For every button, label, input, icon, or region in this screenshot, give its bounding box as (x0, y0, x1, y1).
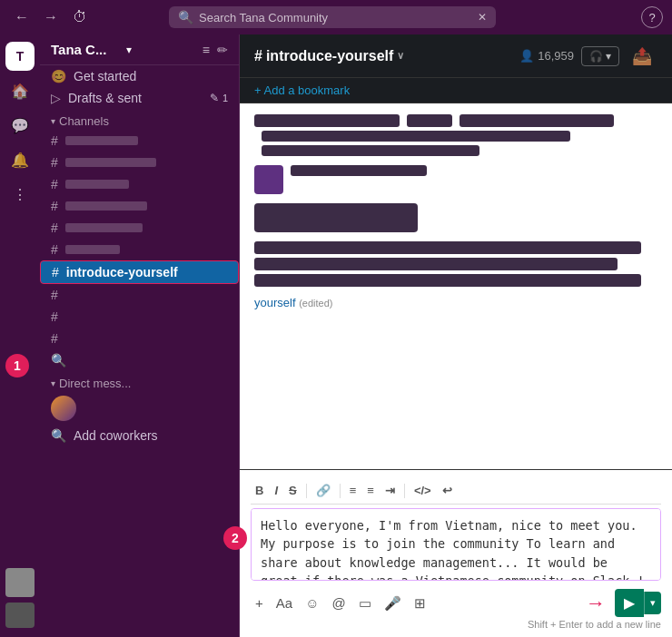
workspace-name[interactable]: Tana C... (51, 42, 121, 57)
share-button[interactable]: 📤 (627, 44, 657, 68)
search-channels-icon: 🔍 (51, 353, 66, 368)
step-1-circle: 1 (5, 354, 29, 377)
sidebar-add-coworkers[interactable]: 🔍 Add coworkers (40, 425, 239, 446)
composer-bottom: + Aa ☺ @ ▭ 🎤 ⊞ → ▶ ▾ (251, 583, 661, 617)
get-started-icon: 😊 (51, 69, 66, 83)
toolbar-divider-3 (404, 484, 405, 498)
channel-name-6 (65, 245, 120, 254)
sidebar-item-get-started[interactable]: 😊 Get started (40, 65, 239, 87)
edited-by: yourself (edited) (254, 296, 657, 309)
composer-input[interactable]: Hello everyone, I'm from Vietnam, nice t… (251, 508, 661, 581)
redacted-msg-3 (254, 203, 418, 232)
search-bar[interactable]: 🔍 ✕ (169, 6, 496, 28)
emoji-button[interactable]: ☺ (301, 592, 323, 614)
home-icon[interactable]: 🏠 (5, 76, 35, 105)
sidebar-search-channels[interactable]: 🔍 (40, 349, 239, 371)
edited-tag: (edited) (299, 298, 332, 309)
italic-button[interactable]: I (270, 481, 282, 500)
bell-icon[interactable]: 🔔 (5, 145, 35, 174)
sidebar-channel-5[interactable]: # (40, 217, 239, 239)
main-content: # introduce-yourself ∨ 👤 16,959 🎧 ▾ 📤 + … (240, 34, 672, 637)
sidebar: Tana C... ▾ ≡ ✏ 😊 Get started ▷ Drafts &… (40, 34, 240, 637)
channels-label: Channels (59, 114, 109, 128)
rail-bottom-item-2[interactable] (5, 603, 35, 628)
send-dropdown-button[interactable]: ▾ (644, 592, 661, 614)
bold-button[interactable]: B (251, 481, 268, 500)
sidebar-channel-9[interactable]: # (40, 328, 239, 349)
channel-name[interactable]: introduce-yourself (266, 48, 393, 64)
channels-section[interactable]: ▾ Channels (40, 109, 239, 130)
dm-avatar (51, 396, 76, 421)
channel-name-5 (65, 223, 143, 232)
bookmark-bar[interactable]: + Add a bookmark (240, 78, 672, 103)
help-button[interactable]: ? (641, 6, 663, 28)
search-icon: 🔍 (178, 10, 193, 24)
font-button[interactable]: Aa (272, 592, 297, 614)
sidebar-header-icons: ≡ ✏ (203, 43, 228, 57)
code-button[interactable]: </> (410, 481, 436, 500)
mic-button[interactable]: 🎤 (380, 592, 406, 615)
video-button[interactable]: ▭ (354, 592, 376, 615)
unordered-list-button[interactable]: ≡ (362, 481, 379, 500)
hash-icon-3: # (51, 177, 58, 191)
sidebar-item-drafts[interactable]: ▷ Drafts & sent ✎1 (40, 87, 239, 109)
rail-bottom-item-1[interactable] (5, 568, 35, 597)
sidebar-channel-3[interactable]: # (40, 173, 239, 195)
redacted-long-3 (254, 274, 641, 287)
indent-button[interactable]: ⇥ (380, 481, 400, 500)
hash-icon-2: # (51, 155, 58, 170)
messages-area: yourself (edited) (240, 103, 672, 469)
dm-icon[interactable]: 💬 (5, 111, 35, 140)
redacted-msg-line-1 (291, 165, 427, 176)
mention-button[interactable]: @ (327, 592, 350, 614)
workspace-icon[interactable]: T (5, 42, 35, 71)
attach-button[interactable]: + (251, 592, 268, 614)
hash-icon-4: # (51, 199, 58, 213)
workspace-chevron[interactable]: ▾ (126, 44, 196, 56)
link-button[interactable]: 🔗 (311, 481, 335, 500)
topbar: ← → ⏱ 🔍 ✕ ? (0, 0, 672, 34)
hash-icon-5: # (51, 220, 58, 235)
sidebar-channel-7[interactable]: # (40, 284, 239, 306)
channel-chevron[interactable]: ∨ (397, 50, 404, 62)
edit-icon[interactable]: ✏ (217, 43, 228, 57)
composer: B I S 🔗 ≡ ≡ ⇥ </> ↩ Hello everyone, I'm … (240, 469, 672, 637)
toolbar-divider-2 (340, 484, 341, 498)
drafts-label: Drafts & sent (68, 91, 142, 105)
channel-name-2 (65, 158, 156, 167)
sidebar-channel-8[interactable]: # (40, 306, 239, 328)
sidebar-channel-2[interactable]: # (40, 152, 239, 173)
history-button[interactable]: ⏱ (67, 5, 93, 29)
message-avatar (254, 165, 283, 194)
sidebar-channel-6[interactable]: # (40, 239, 239, 260)
sidebar-channel-4[interactable]: # (40, 195, 239, 217)
strike-button[interactable]: S (284, 481, 301, 500)
more-icon[interactable]: ⋮ (5, 180, 35, 209)
back-button[interactable]: ← (9, 5, 35, 29)
add-coworkers-icon: 🔍 (51, 428, 66, 443)
headphones-button[interactable]: 🎧 ▾ (581, 46, 619, 66)
more-formats-button[interactable]: ⊞ (410, 592, 430, 615)
redacted-time-1 (407, 114, 452, 127)
workflow-button[interactable]: ↩ (438, 481, 457, 500)
hash-icon-6: # (51, 242, 58, 257)
ordered-list-button[interactable]: ≡ (345, 481, 361, 500)
filter-icon[interactable]: ≡ (203, 43, 210, 57)
dm-label: Direct mess... (59, 377, 131, 390)
search-input[interactable] (199, 11, 472, 24)
sidebar-channel-introduce-yourself[interactable]: # introduce-yourself (40, 260, 239, 284)
people-icon: 👤 (519, 49, 534, 63)
message-block-edited: yourself (edited) (254, 296, 657, 309)
message-block-2 (254, 165, 657, 194)
channels-arrow: ▾ (51, 116, 55, 126)
forward-button[interactable]: → (38, 5, 64, 29)
icon-rail: T 🏠 💬 🔔 ⋮ (0, 34, 40, 637)
dm-section[interactable]: ▾ Direct mess... (40, 371, 239, 392)
redacted-long-1 (254, 241, 641, 254)
send-button[interactable]: ▶ (615, 589, 644, 617)
sidebar-channel-1[interactable]: # (40, 130, 239, 152)
hint-text: Shift + Enter to add a new line (251, 617, 661, 630)
sidebar-header: Tana C... ▾ ≡ ✏ (40, 34, 239, 65)
search-clear-icon: ✕ (478, 11, 487, 24)
sidebar-dm-item[interactable] (40, 392, 239, 425)
